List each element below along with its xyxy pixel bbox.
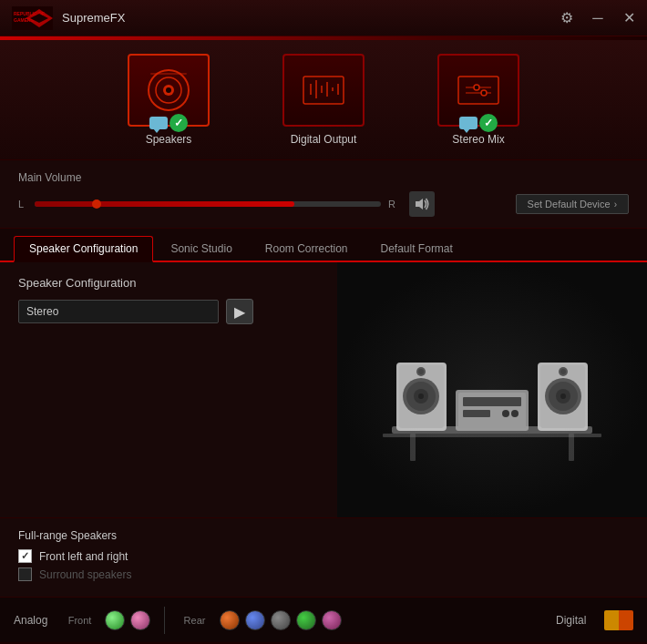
digital-label: Digital — [556, 614, 597, 627]
svg-point-8 — [166, 87, 171, 93]
svg-point-48 — [560, 369, 566, 374]
rear-gray-led[interactable] — [271, 610, 291, 630]
minimize-button[interactable]: ─ — [589, 10, 607, 26]
front-speakers-row: Front left and right — [18, 549, 629, 563]
rear-label: Rear — [179, 615, 211, 626]
front-pink-led[interactable] — [130, 610, 150, 630]
volume-label: Main Volume — [18, 171, 629, 184]
speakers-label: Speakers — [146, 133, 192, 146]
device-digital-output[interactable]: Digital Output — [282, 54, 365, 146]
surround-speakers-row: Surround speakers — [18, 567, 629, 581]
speaker-visualization — [365, 299, 620, 481]
stereo-mix-icon-wrap: ✓ — [437, 54, 519, 127]
stereo-mix-icon — [451, 66, 506, 116]
set-default-button[interactable]: Set Default Device › — [516, 194, 629, 214]
digital-output-icon-wrap — [282, 54, 365, 127]
svg-point-46 — [560, 394, 566, 399]
speaker-image-area — [337, 262, 647, 517]
digital-icon[interactable] — [604, 610, 633, 630]
svg-point-40 — [511, 410, 519, 417]
volume-fill — [35, 201, 294, 207]
digital-section: Digital — [556, 610, 633, 630]
play-test-button[interactable]: ▶ — [226, 299, 253, 324]
config-section-label: Speaker Configuration — [18, 276, 319, 290]
rear-orange-led[interactable] — [220, 610, 240, 630]
divider-1 — [164, 607, 165, 634]
svg-point-39 — [502, 410, 509, 417]
rear-blue-led[interactable] — [245, 610, 265, 630]
fullrange-section: Full-range Speakers Front left and right… — [0, 517, 647, 597]
rear-dark-green-led[interactable] — [296, 610, 316, 630]
front-green-led[interactable] — [105, 610, 125, 630]
chat-icon-2 — [459, 117, 478, 129]
speakers-icon — [141, 66, 196, 116]
device-section: ✓ Speakers Digital Output — [0, 40, 647, 160]
stereo-mix-label: Stereo Mix — [452, 133, 504, 146]
tab-default-format[interactable]: Default Format — [365, 236, 468, 261]
titlebar: REPUBLIC OF GAMERS SupremeFX ⚙ ─ ✕ — [0, 0, 647, 36]
analog-label: Analog — [14, 614, 55, 627]
svg-rect-25 — [410, 434, 416, 461]
volume-section: Main Volume L R Set Default Device › — [0, 160, 647, 229]
app-title: SupremeFX — [62, 11, 558, 25]
close-button[interactable]: ✕ — [620, 9, 638, 26]
bottom-bar: Analog Front Rear Digital — [0, 597, 647, 642]
svg-point-20 — [474, 85, 479, 90]
stereo-mix-status: ✓ — [459, 114, 498, 132]
dropdown-row: Stereo Quadraphonic 5.1 Surround 7.1 Sur… — [18, 299, 319, 324]
tab-sonic-studio[interactable]: Sonic Studio — [155, 236, 247, 261]
play-icon: ▶ — [234, 303, 245, 321]
svg-rect-38 — [463, 410, 490, 417]
window-controls: ⚙ ─ ✕ — [558, 9, 638, 26]
svg-point-34 — [418, 369, 424, 374]
volume-row: L R Set Default Device › — [18, 191, 629, 217]
volume-slider[interactable] — [35, 201, 381, 207]
settings-button[interactable]: ⚙ — [558, 9, 576, 26]
device-speakers[interactable]: ✓ Speakers — [128, 54, 210, 146]
fullrange-title: Full-range Speakers — [18, 529, 629, 542]
panel-content: Speaker Configuration Stereo Quadraphoni… — [0, 262, 647, 517]
left-panel: Speaker Configuration Stereo Quadraphoni… — [0, 262, 337, 517]
right-panel — [337, 262, 647, 517]
rog-logo: REPUBLIC OF GAMERS — [9, 5, 55, 32]
svg-rect-26 — [569, 434, 574, 461]
surround-speakers-label: Surround speakers — [39, 568, 131, 581]
tab-room-correction[interactable]: Room Correction — [250, 236, 364, 261]
tabs-row: Speaker Configuration Sonic Studio Room … — [0, 229, 647, 262]
chat-icon — [149, 117, 168, 129]
front-label: Front — [64, 615, 96, 626]
speakers-icon-wrap: ✓ — [128, 54, 210, 127]
svg-rect-9 — [150, 73, 187, 75]
digital-output-label: Digital Output — [291, 133, 357, 146]
front-speakers-checkbox[interactable] — [18, 549, 32, 563]
set-default-label: Set Default Device — [528, 199, 611, 210]
volume-l-label: L — [18, 199, 27, 210]
speaker-icon — [414, 198, 430, 210]
svg-rect-37 — [463, 397, 521, 406]
chevron-right-icon: › — [614, 199, 617, 210]
volume-r-label: R — [388, 199, 397, 210]
tab-speaker-configuration[interactable]: Speaker Configuration — [14, 236, 153, 262]
rear-leds — [220, 610, 342, 630]
digital-output-icon — [296, 66, 351, 116]
svg-point-32 — [418, 394, 424, 399]
check-icon: ✓ — [169, 114, 188, 132]
front-speakers-label: Front left and right — [39, 550, 128, 563]
speaker-config-dropdown[interactable]: Stereo Quadraphonic 5.1 Surround 7.1 Sur… — [18, 300, 219, 323]
svg-marker-22 — [416, 199, 423, 210]
rear-dark-pink-led[interactable] — [322, 610, 342, 630]
check-icon-2: ✓ — [479, 114, 498, 132]
volume-mute-button[interactable] — [409, 191, 435, 217]
svg-point-21 — [481, 90, 487, 96]
surround-speakers-checkbox[interactable] — [18, 567, 32, 581]
speakers-status: ✓ — [149, 114, 188, 132]
volume-thumb[interactable] — [92, 199, 101, 209]
device-stereo-mix[interactable]: ✓ Stereo Mix — [437, 54, 519, 146]
front-leds — [105, 610, 150, 630]
